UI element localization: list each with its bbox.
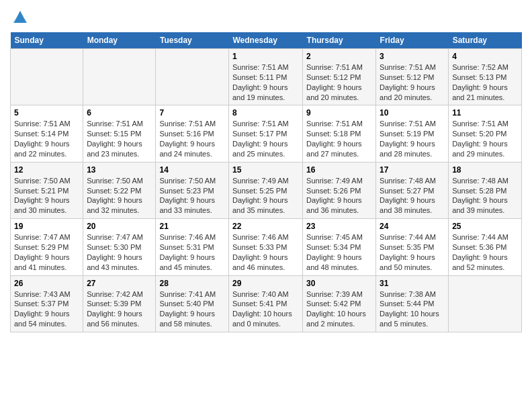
day-number: 20: [87, 222, 152, 231]
day-number: 1: [232, 52, 299, 61]
day-info: Sunrise: 7:51 AMSunset: 5:12 PMDaylight:…: [380, 62, 445, 102]
calendar-cell: [156, 49, 229, 105]
calendar-cell: 5Sunrise: 7:51 AMSunset: 5:14 PMDaylight…: [11, 105, 83, 162]
day-number: 8: [232, 108, 299, 118]
day-number: 18: [452, 165, 518, 175]
day-info: Sunrise: 7:52 AMSunset: 5:13 PMDaylight:…: [452, 62, 518, 102]
day-info: Sunrise: 7:47 AMSunset: 5:29 PMDaylight:…: [14, 232, 79, 272]
day-number: 3: [380, 52, 445, 61]
day-info: Sunrise: 7:42 AMSunset: 5:39 PMDaylight:…: [87, 289, 152, 329]
day-info: Sunrise: 7:50 AMSunset: 5:23 PMDaylight:…: [159, 176, 225, 216]
day-number: 24: [380, 222, 445, 231]
day-info: Sunrise: 7:51 AMSunset: 5:18 PMDaylight:…: [306, 119, 372, 158]
calendar-table: SundayMondayTuesdayWednesdayThursdayFrid…: [10, 32, 522, 332]
day-number: 31: [380, 279, 445, 288]
day-info: Sunrise: 7:51 AMSunset: 5:19 PMDaylight:…: [380, 119, 445, 158]
calendar-cell: 27Sunrise: 7:42 AMSunset: 5:39 PMDayligh…: [83, 275, 156, 332]
day-number: 7: [159, 108, 225, 118]
day-number: 10: [380, 108, 445, 118]
day-info: Sunrise: 7:44 AMSunset: 5:36 PMDaylight:…: [452, 232, 518, 272]
day-number: 2: [306, 52, 372, 61]
calendar-cell: 17Sunrise: 7:48 AMSunset: 5:27 PMDayligh…: [376, 162, 449, 218]
day-info: Sunrise: 7:51 AMSunset: 5:14 PMDaylight:…: [14, 119, 79, 158]
day-number: 19: [14, 222, 79, 231]
day-number: 28: [159, 279, 225, 288]
calendar-cell: 29Sunrise: 7:40 AMSunset: 5:41 PMDayligh…: [228, 275, 302, 332]
day-number: 16: [306, 165, 372, 175]
calendar-cell: [449, 275, 522, 332]
calendar-cell: 20Sunrise: 7:47 AMSunset: 5:30 PMDayligh…: [83, 219, 156, 275]
calendar-cell: 26Sunrise: 7:43 AMSunset: 5:37 PMDayligh…: [11, 275, 83, 332]
calendar-cell: 10Sunrise: 7:51 AMSunset: 5:19 PMDayligh…: [376, 105, 449, 162]
calendar-cell: 28Sunrise: 7:41 AMSunset: 5:40 PMDayligh…: [156, 275, 229, 332]
day-number: 29: [232, 279, 299, 288]
day-info: Sunrise: 7:47 AMSunset: 5:30 PMDaylight:…: [87, 232, 152, 272]
weekday-saturday: Saturday: [449, 32, 522, 49]
day-number: 11: [452, 108, 518, 118]
calendar-cell: 9Sunrise: 7:51 AMSunset: 5:18 PMDaylight…: [303, 105, 376, 162]
day-info: Sunrise: 7:46 AMSunset: 5:31 PMDaylight:…: [159, 232, 225, 272]
day-number: 21: [159, 222, 225, 231]
day-number: 5: [14, 108, 79, 118]
day-number: 26: [14, 279, 79, 288]
day-number: 22: [232, 222, 299, 231]
calendar-cell: 21Sunrise: 7:46 AMSunset: 5:31 PMDayligh…: [156, 219, 229, 275]
calendar-cell: 7Sunrise: 7:51 AMSunset: 5:16 PMDaylight…: [156, 105, 229, 162]
calendar-cell: 4Sunrise: 7:52 AMSunset: 5:13 PMDaylight…: [449, 49, 522, 105]
weekday-tuesday: Tuesday: [156, 32, 229, 49]
calendar-cell: [83, 49, 156, 105]
day-number: 30: [306, 279, 372, 288]
day-info: Sunrise: 7:51 AMSunset: 5:16 PMDaylight:…: [159, 119, 225, 158]
day-number: 14: [159, 165, 225, 175]
day-info: Sunrise: 7:39 AMSunset: 5:42 PMDaylight:…: [306, 289, 372, 329]
calendar-cell: [11, 49, 83, 105]
calendar-cell: 14Sunrise: 7:50 AMSunset: 5:23 PMDayligh…: [156, 162, 229, 218]
calendar-cell: 31Sunrise: 7:38 AMSunset: 5:44 PMDayligh…: [376, 275, 449, 332]
day-info: Sunrise: 7:38 AMSunset: 5:44 PMDaylight:…: [380, 289, 445, 329]
day-info: Sunrise: 7:48 AMSunset: 5:28 PMDaylight:…: [452, 176, 518, 216]
calendar-cell: 23Sunrise: 7:45 AMSunset: 5:34 PMDayligh…: [303, 219, 376, 275]
calendar-cell: 2Sunrise: 7:51 AMSunset: 5:12 PMDaylight…: [303, 49, 376, 105]
calendar-cell: 24Sunrise: 7:44 AMSunset: 5:35 PMDayligh…: [376, 219, 449, 275]
weekday-thursday: Thursday: [303, 32, 376, 49]
svg-marker-1: [13, 12, 28, 24]
calendar-cell: 3Sunrise: 7:51 AMSunset: 5:12 PMDaylight…: [376, 49, 449, 105]
page-header: [10, 7, 522, 27]
calendar-cell: 12Sunrise: 7:50 AMSunset: 5:21 PMDayligh…: [11, 162, 83, 218]
day-info: Sunrise: 7:51 AMSunset: 5:15 PMDaylight:…: [87, 119, 152, 158]
day-info: Sunrise: 7:49 AMSunset: 5:25 PMDaylight:…: [232, 176, 299, 216]
day-number: 25: [452, 222, 518, 231]
calendar-cell: 6Sunrise: 7:51 AMSunset: 5:15 PMDaylight…: [83, 105, 156, 162]
week-row-4: 19Sunrise: 7:47 AMSunset: 5:29 PMDayligh…: [11, 219, 522, 275]
calendar-cell: 11Sunrise: 7:51 AMSunset: 5:20 PMDayligh…: [449, 105, 522, 162]
day-info: Sunrise: 7:41 AMSunset: 5:40 PMDaylight:…: [159, 289, 225, 329]
calendar-cell: 8Sunrise: 7:51 AMSunset: 5:17 PMDaylight…: [228, 105, 302, 162]
day-info: Sunrise: 7:44 AMSunset: 5:35 PMDaylight:…: [380, 232, 445, 272]
calendar-cell: 16Sunrise: 7:49 AMSunset: 5:26 PMDayligh…: [303, 162, 376, 218]
calendar-cell: 30Sunrise: 7:39 AMSunset: 5:42 PMDayligh…: [303, 275, 376, 332]
day-info: Sunrise: 7:50 AMSunset: 5:22 PMDaylight:…: [87, 176, 152, 216]
weekday-friday: Friday: [376, 32, 449, 49]
day-info: Sunrise: 7:50 AMSunset: 5:21 PMDaylight:…: [14, 176, 79, 216]
weekday-row: SundayMondayTuesdayWednesdayThursdayFrid…: [11, 32, 522, 49]
calendar-header: SundayMondayTuesdayWednesdayThursdayFrid…: [11, 32, 522, 49]
day-number: 9: [306, 108, 372, 118]
calendar-cell: 19Sunrise: 7:47 AMSunset: 5:29 PMDayligh…: [11, 219, 83, 275]
day-number: 23: [306, 222, 372, 231]
week-row-2: 5Sunrise: 7:51 AMSunset: 5:14 PMDaylight…: [11, 105, 522, 162]
logo-icon: [10, 7, 30, 27]
day-info: Sunrise: 7:51 AMSunset: 5:17 PMDaylight:…: [232, 119, 299, 158]
week-row-1: 1Sunrise: 7:51 AMSunset: 5:11 PMDaylight…: [11, 49, 522, 105]
day-info: Sunrise: 7:51 AMSunset: 5:12 PMDaylight:…: [306, 62, 372, 102]
day-number: 15: [232, 165, 299, 175]
logo: [10, 7, 33, 27]
calendar-cell: 15Sunrise: 7:49 AMSunset: 5:25 PMDayligh…: [228, 162, 302, 218]
calendar-cell: 22Sunrise: 7:46 AMSunset: 5:33 PMDayligh…: [228, 219, 302, 275]
calendar-cell: 18Sunrise: 7:48 AMSunset: 5:28 PMDayligh…: [449, 162, 522, 218]
day-info: Sunrise: 7:45 AMSunset: 5:34 PMDaylight:…: [306, 232, 372, 272]
day-info: Sunrise: 7:51 AMSunset: 5:11 PMDaylight:…: [232, 62, 299, 102]
weekday-sunday: Sunday: [11, 32, 83, 49]
day-number: 17: [380, 165, 445, 175]
day-info: Sunrise: 7:51 AMSunset: 5:20 PMDaylight:…: [452, 119, 518, 158]
week-row-3: 12Sunrise: 7:50 AMSunset: 5:21 PMDayligh…: [11, 162, 522, 218]
